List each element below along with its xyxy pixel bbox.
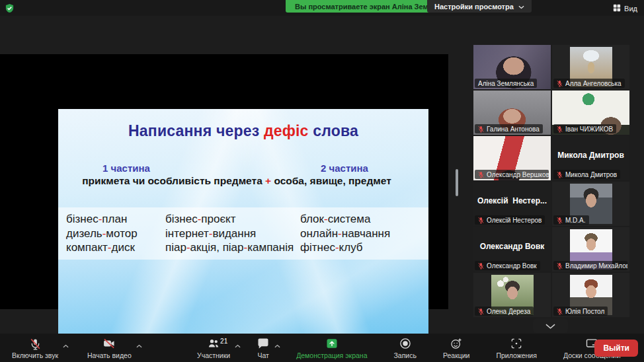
reactions-button[interactable]: Реакции bbox=[436, 336, 477, 359]
view-button[interactable]: Вид bbox=[613, 3, 637, 14]
slide-formula: прикмета чи особливість предмета + особа… bbox=[58, 175, 415, 187]
mic-muted-icon bbox=[29, 337, 42, 350]
participants-count-badge: 21 bbox=[220, 338, 227, 345]
reactions-icon bbox=[450, 337, 463, 350]
chat-icon bbox=[257, 337, 270, 350]
participant-name-tag: Олена Дереза bbox=[475, 307, 534, 316]
mic-muted-icon bbox=[557, 171, 563, 178]
collapse-gallery-button[interactable] bbox=[533, 318, 568, 333]
mic-muted-icon bbox=[478, 308, 484, 315]
participant-name-tag: Олександр Вершков bbox=[475, 170, 549, 179]
chevron-up-icon[interactable] bbox=[235, 339, 241, 351]
word-line: дизель-мотор bbox=[66, 227, 165, 241]
participant-tile-ivan[interactable]: Іван ЧИЖИКОВ bbox=[552, 90, 629, 135]
participant-name-tag: M.D.A. bbox=[553, 215, 589, 225]
mic-muted-icon bbox=[478, 171, 484, 178]
word-line: бізнес-план bbox=[66, 212, 165, 227]
unmute-button[interactable]: Включить звук bbox=[5, 336, 65, 359]
participant-display-name: Олександр Вовк bbox=[473, 242, 551, 251]
part1-label: 1 частина bbox=[102, 163, 150, 174]
mic-muted-icon bbox=[557, 217, 563, 224]
participant-name-tag: Аліна Землянська bbox=[475, 79, 537, 88]
participant-tile-vovk[interactable]: Олександр Вовк Олександр Вовк bbox=[473, 227, 551, 272]
mic-muted-icon bbox=[478, 126, 484, 133]
mic-muted-icon bbox=[557, 126, 563, 133]
video-muted-icon bbox=[102, 337, 116, 350]
word-line: піар-акція, піар-кампанія bbox=[165, 240, 300, 255]
word-line: інтернет-видання bbox=[165, 227, 300, 241]
participant-tile-galyna[interactable]: Галина Антонова bbox=[473, 90, 551, 135]
presentation-slide: Написання через дефіс слова 1 частина 2 … bbox=[58, 109, 428, 362]
participant-tile-postol[interactable]: Юлія Постол bbox=[552, 273, 629, 317]
view-label: Вид bbox=[624, 5, 637, 13]
word-line: онлайн-навчання bbox=[300, 227, 399, 241]
zoom-meeting-window: Вы просматриваете экран Аліна Землянська… bbox=[0, 0, 644, 362]
scrollbar-thumb[interactable] bbox=[456, 169, 458, 196]
word-line: компакт-диск bbox=[66, 240, 165, 255]
participant-tile-mykhailov[interactable]: Владимир Михайлов bbox=[552, 227, 629, 272]
chevron-up-icon[interactable] bbox=[274, 339, 280, 351]
participant-name-tag: Олександр Вовк bbox=[475, 261, 540, 270]
participant-name-tag: Микола Дмитров bbox=[553, 170, 620, 179]
word-column-2: бізнес-проєкт інтернет-видання піар-акці… bbox=[165, 212, 300, 255]
view-settings-label: Настройки просмотра bbox=[434, 3, 514, 11]
participant-tile-alla[interactable]: Алла Ангеловська bbox=[552, 45, 629, 89]
top-bar: Вы просматриваете экран Аліна Землянська… bbox=[0, 0, 644, 16]
participant-name-tag: Іван ЧИЖИКОВ bbox=[553, 124, 616, 133]
start-video-button[interactable]: Начать видео bbox=[81, 336, 138, 359]
leave-button[interactable]: Выйти bbox=[594, 340, 638, 357]
chevron-down-icon bbox=[518, 3, 524, 11]
word-line: блок-система bbox=[300, 212, 399, 227]
participant-tile-mda[interactable]: M.D.A. bbox=[552, 182, 629, 226]
participant-tile-vershkov[interactable]: Олександр Вершков bbox=[473, 136, 551, 180]
participant-name-tag: Галина Антонова bbox=[475, 124, 543, 133]
participants-icon bbox=[207, 337, 220, 350]
apps-button[interactable]: Приложения bbox=[489, 336, 543, 359]
participant-tile-dereza[interactable]: Олена Дереза bbox=[473, 273, 551, 317]
participant-name-tag: Алла Ангеловська bbox=[553, 79, 625, 88]
participant-display-name: Микола Дмитров bbox=[552, 151, 629, 160]
share-screen-button[interactable]: Демонстрация экрана bbox=[290, 336, 374, 359]
share-screen-icon bbox=[325, 337, 339, 350]
participant-tile-dmytrov[interactable]: Микола Дмитров Микола Дмитров bbox=[552, 136, 629, 180]
chevron-up-icon[interactable] bbox=[63, 339, 69, 351]
mic-muted-icon bbox=[557, 262, 563, 270]
record-icon bbox=[399, 337, 412, 350]
participant-name-tag: Олексій Нестеров bbox=[475, 215, 545, 225]
grid-view-icon bbox=[613, 4, 621, 13]
mic-muted-icon bbox=[557, 80, 563, 87]
mic-muted-icon bbox=[478, 262, 484, 270]
chat-button[interactable]: Чат bbox=[250, 336, 276, 359]
mic-muted-icon bbox=[557, 308, 563, 315]
apps-icon bbox=[510, 337, 523, 350]
word-line: фітнес-клуб bbox=[300, 240, 399, 255]
participant-name-tag: Юлія Постол bbox=[553, 307, 608, 316]
example-words: бізнес-план дизель-мотор компакт-диск бі… bbox=[66, 212, 399, 255]
part2-label: 2 частина bbox=[321, 163, 368, 174]
mic-muted-icon bbox=[478, 217, 484, 224]
shared-screen-area: Написання через дефіс слова 1 частина 2 … bbox=[0, 54, 448, 309]
record-button[interactable]: Запись bbox=[387, 336, 423, 359]
view-settings-button[interactable]: Настройки просмотра bbox=[427, 0, 532, 13]
slide-title: Написання через дефіс слова bbox=[58, 122, 428, 140]
word-column-1: бізнес-план дизель-мотор компакт-диск bbox=[66, 212, 165, 255]
shield-check-icon bbox=[5, 3, 15, 13]
chevron-down-icon bbox=[545, 320, 555, 332]
word-line: бізнес-проєкт bbox=[165, 212, 300, 227]
participant-display-name: Олексій Нестер... bbox=[473, 196, 551, 205]
participant-tile-alina[interactable]: Аліна Землянська bbox=[473, 45, 551, 89]
participant-name-tag: Владимир Михайлов bbox=[553, 261, 627, 270]
word-column-3: блок-система онлайн-навчання фітнес-клуб bbox=[300, 212, 399, 255]
participants-button[interactable]: 21 Участники bbox=[190, 336, 237, 359]
meeting-toolbar: Включить звук Начать видео 21 Участники … bbox=[0, 334, 644, 362]
participant-tile-nesterov[interactable]: Олексій Нестер... Олексій Нестеров bbox=[473, 182, 551, 226]
chevron-up-icon[interactable] bbox=[136, 339, 142, 351]
